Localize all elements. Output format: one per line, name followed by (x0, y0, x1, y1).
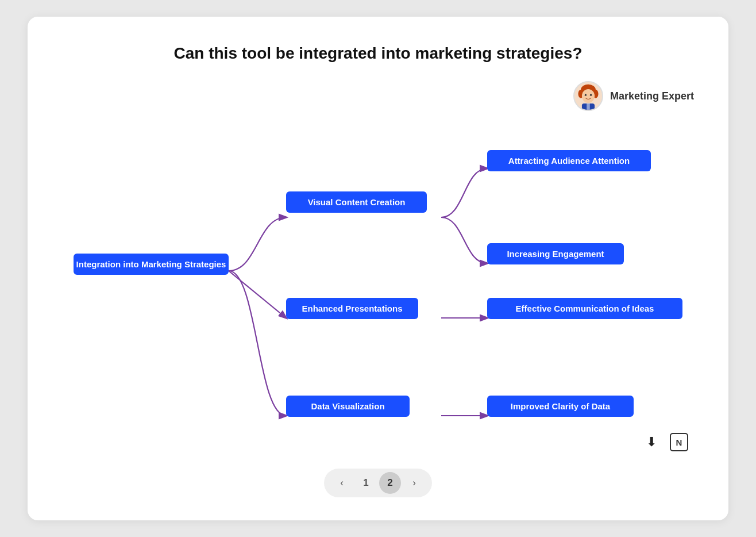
download-button[interactable]: ⬇ (641, 432, 662, 452)
expert-name: Marketing Expert (610, 90, 694, 102)
node-visual: Visual Content Creation (286, 191, 427, 213)
node-data-viz: Data Visualization (286, 396, 410, 417)
node-attracting: Attracting Audience Attention (487, 150, 651, 171)
avatar (573, 81, 603, 111)
page-container: ‹ 1 2 › (324, 469, 432, 497)
page-2-button[interactable]: 2 (379, 472, 401, 494)
next-page-button[interactable]: › (403, 472, 425, 494)
expert-row: Marketing Expert (62, 81, 694, 111)
prev-page-button[interactable]: ‹ (331, 472, 353, 494)
node-root: Integration into Marketing Strategies (74, 254, 229, 275)
main-card: Can this tool be integrated into marketi… (28, 17, 728, 520)
svg-point-4 (582, 89, 595, 103)
page-title: Can this tool be integrated into marketi… (62, 44, 694, 63)
bottom-icons: ⬇ N (641, 432, 688, 452)
page-1-button[interactable]: 1 (355, 472, 377, 494)
node-clarity: Improved Clarity of Data (487, 396, 634, 417)
svg-point-5 (585, 94, 587, 95)
diagram-area: Integration into Marketing Strategies Vi… (62, 122, 694, 421)
node-effective: Effective Communication of Ideas (487, 298, 682, 319)
node-enhanced: Enhanced Presentations (286, 298, 418, 319)
node-engagement: Increasing Engagement (487, 243, 624, 264)
pagination: ‹ 1 2 › (62, 469, 694, 497)
notion-button[interactable]: N (670, 433, 688, 451)
svg-point-6 (590, 94, 592, 95)
svg-rect-8 (587, 103, 590, 111)
bottom-bar: ⬇ N (62, 432, 694, 452)
